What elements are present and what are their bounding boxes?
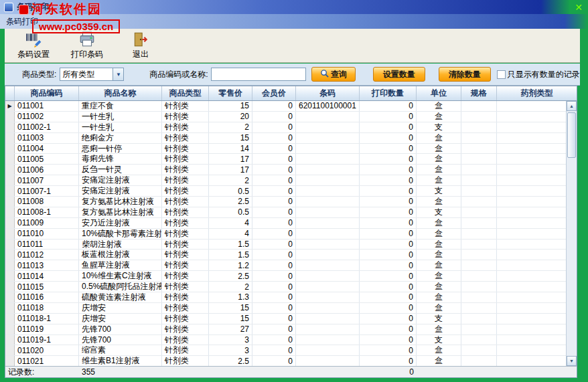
cell-type[interactable]: 针剂类 <box>162 345 209 355</box>
cell-code[interactable]: 011002 <box>15 112 79 122</box>
table-row[interactable]: 011008复方氨基比林注射液针剂类2.500盒 <box>5 197 577 207</box>
cell-code[interactable]: 011011 <box>15 240 79 250</box>
cell-barcode[interactable] <box>296 133 360 143</box>
row-selector-cell[interactable] <box>5 207 15 217</box>
cell-barcode[interactable] <box>296 186 360 196</box>
cell-print-qty[interactable]: 0 <box>360 186 417 196</box>
cell-member-price[interactable]: 0 <box>252 186 296 196</box>
cell-print-qty[interactable]: 0 <box>360 122 417 132</box>
cell-unit[interactable]: 盒 <box>417 250 461 260</box>
cell-type[interactable]: 针剂类 <box>162 101 209 111</box>
chevron-down-icon[interactable]: ▼ <box>113 68 123 80</box>
cell-med-type[interactable] <box>497 335 577 345</box>
search-input[interactable] <box>211 68 306 81</box>
cell-spec[interactable] <box>461 303 497 313</box>
cell-name[interactable]: 鱼腥草注射液 <box>79 260 162 270</box>
row-selector-cell[interactable] <box>5 324 15 335</box>
cell-type[interactable]: 针剂类 <box>162 207 209 217</box>
table-row[interactable]: 011018庆增安针剂类1500盒 <box>5 303 577 314</box>
cell-med-type[interactable] <box>497 303 577 313</box>
cell-barcode[interactable] <box>296 282 360 292</box>
cell-type[interactable]: 针剂类 <box>162 218 209 228</box>
cell-spec[interactable] <box>461 133 497 143</box>
cell-code[interactable]: 011018-1 <box>15 314 79 324</box>
cell-retail-price[interactable]: 4 <box>209 229 252 239</box>
cell-spec[interactable] <box>461 240 497 250</box>
cell-retail-price[interactable]: 14 <box>209 144 252 154</box>
cell-barcode[interactable] <box>296 250 360 260</box>
row-selector-cell[interactable] <box>5 144 15 154</box>
cell-member-price[interactable]: 0 <box>252 345 296 355</box>
column-header-med-type[interactable]: 药剂类型 <box>497 86 577 100</box>
cell-med-type[interactable] <box>497 271 577 281</box>
cell-name[interactable]: 反刍一针灵 <box>79 165 162 175</box>
cell-barcode[interactable] <box>296 175 360 185</box>
cell-print-qty[interactable]: 0 <box>360 282 417 292</box>
query-button[interactable]: 查询 <box>311 67 356 82</box>
cell-retail-price[interactable]: 2.5 <box>209 271 252 281</box>
table-row[interactable]: 011019-1先锋700针剂类300支 <box>5 335 577 346</box>
cell-med-type[interactable] <box>497 240 577 250</box>
cell-type[interactable]: 针剂类 <box>162 303 209 313</box>
cell-type[interactable]: 针剂类 <box>162 229 209 239</box>
cell-barcode[interactable] <box>296 324 360 335</box>
exit-button[interactable]: 退出 <box>120 31 161 60</box>
cell-retail-price[interactable]: 15 <box>209 101 252 111</box>
cell-member-price[interactable]: 0 <box>252 324 296 335</box>
cell-retail-price[interactable]: 20 <box>209 112 252 122</box>
cell-name[interactable]: 板蓝根注射液 <box>79 250 162 260</box>
cell-name[interactable]: 庆增安 <box>79 314 162 324</box>
cell-retail-price[interactable]: 2 <box>209 122 252 132</box>
cell-barcode[interactable] <box>296 303 360 313</box>
cell-name[interactable]: 安乃近注射液 <box>79 218 162 228</box>
cell-print-qty[interactable]: 0 <box>360 314 417 324</box>
cell-type[interactable]: 针剂类 <box>162 144 209 154</box>
cell-code[interactable]: 011009 <box>15 218 79 228</box>
cell-print-qty[interactable]: 0 <box>360 165 417 175</box>
cell-unit[interactable]: 盒 <box>417 218 461 228</box>
cell-code[interactable]: 011008 <box>15 197 79 207</box>
column-header-member-price[interactable]: 会员价 <box>252 86 296 100</box>
cell-spec[interactable] <box>461 186 497 196</box>
cell-code[interactable]: 011010 <box>15 229 79 239</box>
cell-spec[interactable] <box>461 250 497 260</box>
cell-member-price[interactable]: 0 <box>252 250 296 260</box>
cell-retail-price[interactable]: 2 <box>209 175 252 185</box>
cell-member-price[interactable]: 0 <box>252 122 296 132</box>
cell-type[interactable]: 针剂类 <box>162 314 209 324</box>
table-row[interactable]: 011011柴胡注射液针剂类1.500盒 <box>5 240 577 250</box>
cell-print-qty[interactable]: 0 <box>360 144 417 154</box>
cell-type[interactable]: 针剂类 <box>162 260 209 270</box>
cell-name[interactable]: 硫酸黄连素注射液 <box>79 292 162 302</box>
column-header-barcode[interactable]: 条码 <box>296 86 360 100</box>
cell-spec[interactable] <box>461 345 497 355</box>
cell-retail-price[interactable]: 2.5 <box>209 356 252 366</box>
cell-print-qty[interactable]: 0 <box>360 133 417 143</box>
cell-name[interactable]: 恶痢一针停 <box>79 144 162 154</box>
cell-unit[interactable]: 支 <box>417 314 461 324</box>
table-row[interactable]: 01101410%维生素C注射液针剂类2.500盒 <box>5 271 577 282</box>
cell-print-qty[interactable]: 0 <box>360 175 417 185</box>
cell-print-qty[interactable]: 0 <box>360 345 417 355</box>
cell-spec[interactable] <box>461 335 497 345</box>
cell-barcode[interactable] <box>296 292 360 302</box>
table-row[interactable]: 011007安痛定注射液针剂类200盒 <box>5 175 577 186</box>
cell-spec[interactable] <box>461 271 497 281</box>
cell-code[interactable]: 011002-1 <box>15 122 79 132</box>
cell-barcode[interactable] <box>296 229 360 239</box>
cell-barcode[interactable] <box>296 122 360 132</box>
barcode-settings-button[interactable]: 条码设置 <box>13 31 54 60</box>
cell-member-price[interactable]: 0 <box>252 218 296 228</box>
cell-med-type[interactable] <box>497 229 577 239</box>
cell-member-price[interactable]: 0 <box>252 197 296 207</box>
row-selector-cell[interactable] <box>5 250 15 260</box>
cell-med-type[interactable] <box>497 154 577 164</box>
cell-member-price[interactable]: 0 <box>252 175 296 185</box>
scrollbar-thumb[interactable] <box>567 112 576 158</box>
cell-name[interactable]: 毒痢先锋 <box>79 154 162 164</box>
cell-med-type[interactable] <box>497 197 577 207</box>
cell-code[interactable]: 011008-1 <box>15 207 79 217</box>
cell-code[interactable]: 011005 <box>15 154 79 164</box>
cell-unit[interactable]: 支 <box>417 335 461 345</box>
cell-print-qty[interactable]: 0 <box>360 335 417 345</box>
